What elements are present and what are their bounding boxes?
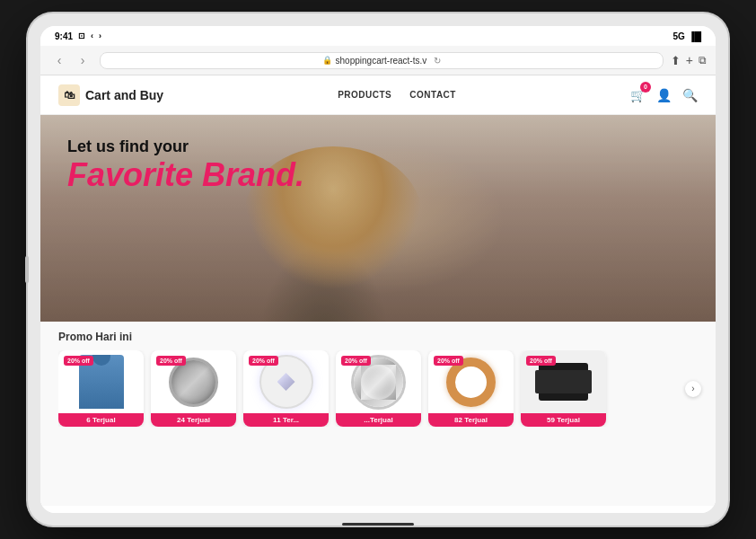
product-image: 20% off [58, 350, 144, 413]
products-row: 20% off 6 Terjual 20% off 24 Terjual [58, 350, 698, 427]
nav-icons: 🛒 0 👤 🔍 [630, 87, 698, 103]
product-card[interactable]: 20% off 24 Terjual [151, 350, 236, 427]
lock-icon: 🔒 [322, 56, 332, 65]
product-image: 20% off [336, 350, 421, 413]
brand-icon: 🛍 [58, 84, 80, 106]
nav-links: PRODUCTS CONTACT [338, 90, 456, 100]
search-icon[interactable]: 🔍 [682, 88, 698, 102]
brand-name: Cart and Buy [85, 88, 163, 102]
status-bar: 9:41 ⊡ ‹ › 5G ▐█ [40, 26, 716, 46]
home-indicator-bar [40, 506, 716, 513]
product-image: 20% off [243, 350, 329, 413]
browser-actions: ⬆ + ⧉ [671, 53, 707, 67]
navbar: 🛍 Cart and Buy PRODUCTS CONTACT 🛒 0 [40, 75, 716, 115]
hero-title: Favorite Brand. [67, 157, 304, 193]
product-card[interactable]: 20% off 82 Terjual [428, 350, 514, 427]
back-button[interactable]: ‹ [49, 50, 69, 70]
products-row-wrapper: 20% off 6 Terjual 20% off 24 Terjual [58, 350, 698, 427]
sold-badge: ...Terjual [336, 413, 421, 427]
product-image: 20% off [151, 350, 236, 413]
sold-badge: 24 Terjual [151, 413, 236, 427]
products-section: Promo Hari ini 20% off 6 Terjual [40, 322, 716, 506]
section-title: Promo Hari ini [58, 331, 698, 343]
arrow-right-icon: › [99, 31, 101, 40]
side-button[interactable] [25, 256, 29, 283]
scroll-right-arrow[interactable]: › [685, 381, 701, 397]
product-card[interactable]: 20% off 6 Terjual [58, 350, 144, 427]
address-bar[interactable]: 🔒 shoppingcart-react-ts.v ↻ [100, 52, 664, 69]
sold-badge: 59 Terjual [521, 413, 606, 427]
signal-label: 5G [672, 31, 684, 41]
product-card[interactable]: 20% off ...Terjual [336, 350, 421, 427]
ipad-screen: 9:41 ⊡ ‹ › 5G ▐█ ‹ › 🔒 shoppingcart-reac… [40, 26, 716, 513]
brand-logo[interactable]: 🛍 Cart and Buy [58, 84, 163, 106]
hero-text: Let us find your Favorite Brand. [67, 137, 304, 192]
cart-wrapper[interactable]: 🛒 0 [630, 87, 646, 103]
nav-products[interactable]: PRODUCTS [338, 90, 391, 100]
discount-badge: 20% off [434, 356, 463, 366]
discount-badge: 20% off [249, 356, 278, 366]
sold-badge: 6 Terjual [58, 413, 144, 427]
discount-badge: 20% off [64, 356, 93, 366]
discount-badge: 20% off [526, 356, 556, 366]
tabs-button[interactable]: ⧉ [699, 54, 707, 66]
website-content: 🛍 Cart and Buy PRODUCTS CONTACT 🛒 0 [40, 75, 716, 506]
discount-badge: 20% off [156, 356, 186, 366]
nav-contact[interactable]: CONTACT [409, 90, 456, 100]
refresh-icon: ↻ [434, 56, 441, 66]
cart-badge: 0 [640, 82, 651, 93]
ipad-frame: 9:41 ⊡ ‹ › 5G ▐█ ‹ › 🔒 shoppingcart-reac… [28, 13, 728, 526]
forward-button[interactable]: › [73, 50, 92, 70]
wallet-image [539, 363, 588, 401]
share-button[interactable]: ⬆ [671, 54, 681, 67]
status-right: 5G ▐█ [672, 31, 701, 41]
hero-subtitle: Let us find your [67, 137, 304, 157]
url-text: shoppingcart-react-ts.v [336, 56, 427, 66]
battery-icon: ▐█ [689, 31, 701, 41]
arrow-left-icon: ‹ [91, 31, 93, 40]
browser-controls: ‹ › [49, 50, 92, 70]
browser-chrome: ‹ › 🔒 shoppingcart-react-ts.v ↻ ⬆ + ⧉ [40, 46, 716, 75]
sold-badge: 82 Terjual [428, 413, 514, 427]
product-card[interactable]: 20% off 59 Terjual [521, 350, 606, 427]
status-left: 9:41 ⊡ ‹ › [55, 31, 101, 41]
hero-section: Let us find your Favorite Brand. [40, 115, 716, 322]
user-icon[interactable]: 👤 [656, 88, 672, 102]
status-time: 9:41 [55, 31, 73, 41]
square-icon: ⊡ [78, 31, 85, 40]
sold-badge: 11 Ter... [243, 413, 329, 427]
product-image: 20% off [521, 350, 606, 413]
discount-badge: 20% off [341, 356, 371, 366]
product-card[interactable]: 20% off 11 Ter... [243, 350, 329, 427]
shopping-bag-icon: 🛍 [64, 89, 75, 102]
product-image: 20% off [428, 350, 514, 413]
add-tab-button[interactable]: + [686, 53, 693, 67]
